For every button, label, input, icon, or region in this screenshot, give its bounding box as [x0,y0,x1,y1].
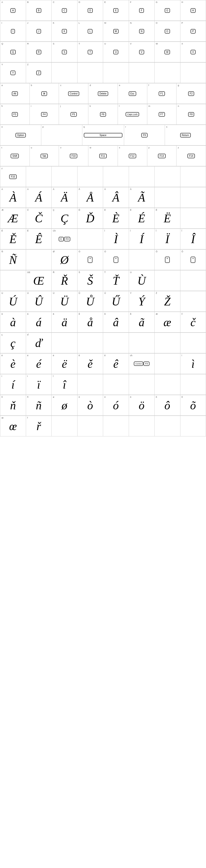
cell-N: N N [129,21,155,41]
cell-empty-au6 [129,250,155,270]
c-key-combo: C [59,237,64,241]
key-cell-option: o Option [0,125,41,146]
cell-i-circ: î î [52,374,77,395]
f3-key-combo-lower: F3 [143,362,149,366]
key-cell-f3: h F3 [0,104,30,125]
cell-U: U U [103,42,129,62]
key-row-1: a Alt b ⌘ c Control d Delete e Esc f F1 … [0,83,206,104]
cell-U-acute: Ú Ú [0,291,26,312]
f9-key: F9 [141,133,147,137]
cell-e-grave: è è [0,353,26,374]
cell-empty-al9 [103,374,129,395]
cell-o-umlaut: ö ö [129,395,155,415]
f3-key: F3 [12,112,18,117]
f5-key: F5 [71,112,77,117]
cell-empty-au8 [154,270,180,291]
cell-a-grave: à à [0,312,26,333]
cell-a-umlaut: ä ä [52,312,77,333]
cell-empty-al17 [154,416,180,436]
key-cell-empty-7 [180,166,206,187]
key-row-5: z F15 [0,166,206,187]
accented-lower-row-2: ç ç ď ď [0,333,206,353]
cell-U-dbl-acute: Ű Ű [103,291,129,312]
cell-empty-6 [180,63,206,83]
cell-empty-al5 [154,333,180,353]
cell-U-ring: Ů Ů [77,291,103,312]
tab-key: Tab [41,154,48,158]
cell-empty-al16 [129,416,155,436]
delete-key: Delete [98,91,108,96]
key-cell-f11: w F11 [89,146,118,166]
accented-upper-row-4: Ñ Ñ Ø Ø Ò " Ó " Ô " Õ [0,249,206,270]
cell-o-grave: ò ò [77,395,103,415]
cell-empty-al4 [129,333,155,353]
cell-C: C C [52,0,77,21]
cell-empty-4 [129,63,155,83]
cell-n-tilde: ñ ñ [26,395,52,415]
cell-E-circ: Ê Ê [26,229,52,249]
cell-U-umlaut: Ü Ü [52,291,77,312]
cell-C-caron: Č Č [26,208,52,228]
key-cell-f9: r F9 [124,125,165,146]
cell-E-umlaut: Ë Ë [154,208,180,228]
key-cell-f10: v F10 [59,146,89,166]
return-key: Return [180,133,191,137]
cell-e-caron: ě ě [77,353,103,374]
key-cell-f5: j F5 [59,104,89,125]
cell-A-circ: Â Â [103,187,129,208]
cell-c-cedilla: ç ç [0,333,26,353]
cell-i-grave: ì ì [180,353,206,374]
cell-empty-au4 [77,229,103,249]
cell-E-caron: Ě Ě [0,229,26,249]
cell-oe: œ œ [0,416,26,436]
cell-R: R R [26,42,52,62]
accented-upper-row-1: À À Á Á Ä Ä Å Å Â Â Ã Ã [0,187,206,208]
accented-lower-row-5: ň ň ñ ñ ø ø ò ò ó ó ö ö ô ô õ õ [0,395,206,415]
f2-key: F2 [188,91,195,96]
cell-a-acute: á á [26,312,52,333]
cell-empty-au10 [180,291,206,312]
cell-empty-al3 [103,333,129,353]
cell-Y: Y Y [0,63,26,83]
quote-key-3: " [165,257,170,263]
cell-E-grave: È È [103,208,129,228]
cell-empty-5 [154,63,180,83]
cell-empty-al2 [77,333,103,353]
f13-key: F13 [158,154,165,158]
cell-D: D D [77,0,103,21]
control-key-combo: Control [134,362,143,366]
f12-key: F12 [129,154,136,158]
accented-lower-row-1: à à á á ä ä å å â â ã ã æ æ č č [0,312,206,333]
cell-r-caron: ř ř [26,416,52,436]
cell-empty-au5 [26,250,52,270]
accented-upper-row-3: Ě Ě Ê Ê Ch C F3 Ì Ì Í Í Ï Ï [0,228,206,249]
cell-empty-al12 [180,374,206,395]
cell-empty-1 [52,63,77,83]
cell-a-tilde: ã ã [129,312,155,333]
key-cell-f14: z F14 [176,146,206,166]
key-cell-f12: x F12 [118,146,147,166]
cell-empty-3 [103,63,129,83]
cell-Z-caron: Ž Ž [154,291,180,312]
key-cell-empty-3 [77,166,103,187]
cell-empty-al13 [52,416,77,436]
cell-I-acute: Í Í [129,229,155,249]
cell-A-grave: À À [0,187,26,208]
cell-empty-al15 [103,416,129,436]
cell-empty-2 [77,63,103,83]
key-cell-empty-5 [129,166,155,187]
cell-empty-au7 [0,270,26,291]
cell-empty-al6 [180,333,206,353]
key-cell-empty-4 [103,166,129,187]
accented-lower-section: à à á á ä ä å å â â ã ã æ æ č č [0,312,206,436]
cell-P: P P [180,21,206,41]
accented-lower-row-3: è è é é ë ë ě ě ê ê ch Control F3 [0,353,206,374]
key-cell-shift: t Shift [0,146,30,166]
cell-J: J J [26,21,52,41]
key-cell-delete: d Delete [89,83,118,104]
key-cell-empty-6 [154,166,180,187]
cell-empty-au1 [154,187,180,208]
key-cell-empty-1 [26,166,52,187]
key-cell-f7: m F7 [147,104,177,125]
cell-X: X X [180,42,206,62]
